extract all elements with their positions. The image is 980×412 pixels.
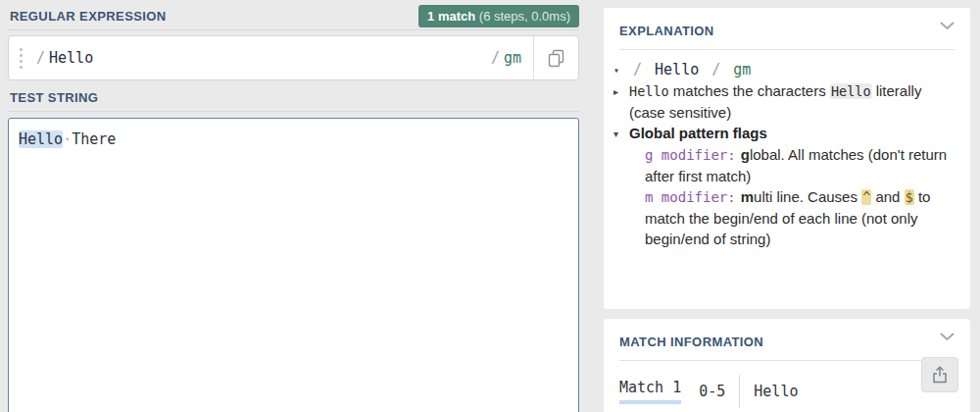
m-flag-text-2: and	[871, 188, 904, 205]
g-modifier-code: g modifier:	[645, 147, 736, 163]
flags-group-title: Global pattern flags	[629, 125, 767, 141]
export-matches-button[interactable]	[921, 357, 958, 392]
export-icon	[932, 366, 948, 384]
regex-input[interactable]: /Hello /gm	[8, 35, 579, 80]
test-string-rest: There	[72, 130, 116, 148]
test-section-divider	[8, 111, 579, 112]
chevron-down-icon	[940, 333, 955, 341]
regex-flags-area[interactable]: /gm	[487, 36, 533, 79]
explanation-pattern-item[interactable]: ▸Hello matches the characters Hello lite…	[613, 80, 955, 123]
copy-icon	[548, 49, 564, 68]
regex-close-delimiter: /	[487, 49, 504, 67]
regex-open-delimiter: /	[32, 49, 49, 67]
match-value: Hello	[739, 375, 798, 408]
root-open-slash: /	[629, 61, 646, 78]
pattern-literal-code: Hello	[830, 83, 872, 99]
explanation-tree: ▾/ Hello / gm ▸Hello matches the charact…	[604, 50, 970, 249]
root-flags: gm	[733, 61, 751, 78]
matched-substring: Hello	[19, 130, 63, 148]
test-string-section-label: TEST STRING	[10, 90, 98, 105]
copy-regex-button[interactable]	[533, 36, 578, 79]
explanation-title: EXPLANATION	[619, 24, 714, 38]
pattern-description-1: matches the characters	[669, 82, 830, 99]
match-info-title: MATCH INFORMATION	[619, 335, 763, 349]
caret-token: ^	[861, 189, 871, 205]
editor-column: REGULAR EXPRESSION 1 match (6 steps, 0.0…	[8, 0, 579, 412]
m-modifier-code: m modifier:	[645, 189, 736, 205]
m-bold-letter: m	[741, 188, 754, 205]
triangle-down-icon[interactable]: ▾	[613, 60, 629, 80]
explanation-root-node[interactable]: ▾/ Hello / gm	[613, 60, 955, 80]
regex-section-label: REGULAR EXPRESSION	[10, 9, 167, 24]
test-string-editor[interactable]: Hello·There	[8, 118, 579, 412]
root-pattern: Hello	[655, 61, 699, 78]
m-flag-explanation: m modifier:multi line. Causes ^ and $ to…	[613, 186, 955, 249]
triangle-down-icon[interactable]: ▾	[613, 124, 629, 144]
info-column: EXPLANATION ▾/ Hello / gm ▸Hello matches…	[604, 0, 970, 412]
match-information-panel: MATCH INFORMATION Match 1 0-5 Hello	[604, 319, 970, 412]
match-count-badge: 1 match (6 steps, 0.0ms)	[418, 5, 579, 27]
match-info-header: MATCH INFORMATION	[619, 319, 955, 361]
pattern-code: Hello	[629, 83, 669, 99]
collapse-match-info-button[interactable]	[940, 333, 955, 341]
whitespace-dot: ·	[63, 130, 72, 148]
chevron-down-icon	[940, 22, 955, 30]
regex-flags-text: gm	[504, 49, 521, 67]
m-flag-text-1: ulti line. Causes	[754, 188, 861, 205]
match-range: 0-5	[699, 383, 739, 400]
match-label[interactable]: Match 1	[619, 379, 681, 404]
drag-grip-icon[interactable]	[9, 36, 32, 79]
regex-section-divider	[8, 29, 579, 30]
match-stats-text: (6 steps, 0.0ms)	[475, 9, 570, 24]
explanation-header: EXPLANATION	[619, 8, 955, 50]
dollar-token: $	[905, 189, 914, 205]
match-count-text: 1 match	[427, 9, 475, 24]
triangle-right-icon[interactable]: ▸	[613, 81, 629, 102]
match-row[interactable]: Match 1 0-5 Hello	[619, 375, 955, 408]
regex-pattern-field[interactable]: /Hello	[32, 36, 487, 79]
regex-pattern-text: Hello	[49, 49, 93, 67]
collapse-explanation-button[interactable]	[940, 22, 955, 30]
flags-group-node[interactable]: ▾Global pattern flags	[613, 123, 955, 144]
g-bold-letter: g	[741, 146, 750, 163]
g-flag-explanation: g modifier:global. All matches (don't re…	[613, 144, 955, 186]
explanation-panel: EXPLANATION ▾/ Hello / gm ▸Hello matches…	[604, 8, 970, 309]
root-close-slash: /	[708, 61, 724, 78]
